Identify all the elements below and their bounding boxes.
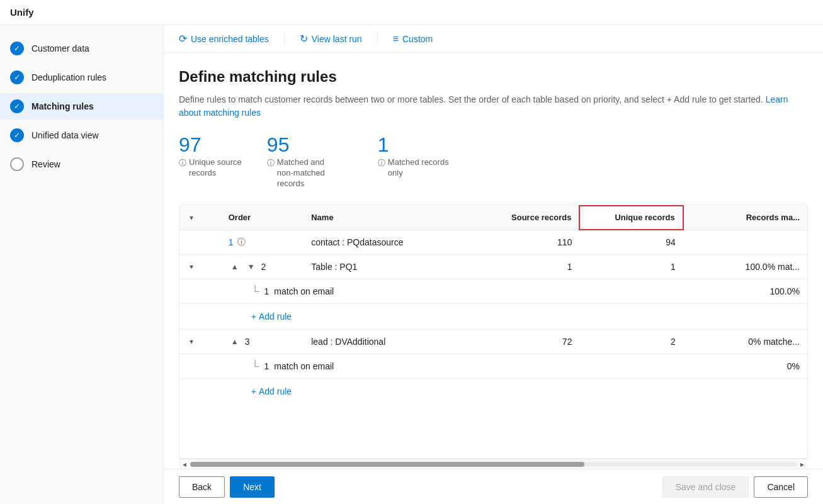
row1-unique-records: 94 xyxy=(579,230,683,254)
row2-order-cell: ▲ ▼ 2 xyxy=(221,254,304,279)
row3-collapse-button[interactable]: ▾ xyxy=(187,336,196,347)
save-close-button[interactable]: Save and close xyxy=(662,476,749,498)
stat-label-3: Matched recordsonly xyxy=(388,157,449,179)
custom-icon: ≡ xyxy=(393,33,399,45)
row1-records-matched xyxy=(683,230,807,254)
row2-source-records: 1 xyxy=(476,254,579,279)
row2-name: Table : PQ1 xyxy=(311,262,357,272)
row1-order-num[interactable]: 1 xyxy=(229,237,234,247)
use-enriched-tables-button[interactable]: ⟳ Use enriched tables xyxy=(179,30,269,47)
row1-source-records: 110 xyxy=(476,230,579,254)
row1-info-icon[interactable]: ⓘ xyxy=(237,237,246,248)
row2-up-button[interactable]: ▲ xyxy=(229,261,241,272)
th-name: Name xyxy=(304,206,476,230)
row3-1-unique-records xyxy=(579,354,683,378)
main-content: ⟳ Use enriched tables ↻ View last run ≡ … xyxy=(164,25,823,504)
sidebar: ✓ Customer data ✓ Deduplication rules ✓ … xyxy=(0,25,164,504)
stat-number-3: 1 xyxy=(378,135,389,155)
row1-expand-cell xyxy=(179,230,221,254)
row2-order-num: 2 xyxy=(261,262,266,272)
row2-name-cell: Table : PQ1 xyxy=(304,254,476,279)
row1-name: contact : PQdatasource xyxy=(311,237,403,247)
sidebar-item-label-review: Review xyxy=(31,159,60,169)
row2-down-button[interactable]: ▼ xyxy=(245,261,258,272)
row2-records-matched: 100.0% mat... xyxy=(683,254,807,279)
view-last-run-label: View last run xyxy=(312,34,362,44)
table-header-row: ▾ Order Name Source records xyxy=(179,206,807,230)
cancel-button[interactable]: Cancel xyxy=(754,476,808,498)
sidebar-item-customer-data[interactable]: ✓ Customer data xyxy=(0,35,163,62)
sidebar-item-unified-data[interactable]: ✓ Unified data view xyxy=(0,122,163,148)
step-circle-1: ✓ xyxy=(10,42,24,55)
table-row: ▾ ▲ ▼ 2 Table : PQ1 xyxy=(179,254,807,279)
row3-unique-records: 2 xyxy=(579,329,683,354)
use-enriched-tables-label: Use enriched tables xyxy=(191,34,269,44)
table-body: 1 ⓘ contact : PQdatasource 110 94 xyxy=(179,230,807,404)
row3-order-cell: ▲ 3 xyxy=(221,329,304,354)
row2-collapse-button[interactable]: ▾ xyxy=(187,261,196,272)
add-rule-cell-1: + Add rule xyxy=(221,303,807,329)
tree-line-2: └ xyxy=(251,361,259,372)
view-last-run-button[interactable]: ↻ View last run xyxy=(300,30,362,47)
next-button[interactable]: Next xyxy=(230,476,275,498)
table-wrapper: ▾ Order Name Source records xyxy=(179,204,808,459)
row2-1-order-num: 1 xyxy=(264,286,270,296)
th-expand: ▾ xyxy=(179,206,221,230)
scroll-right-button[interactable]: ▸ xyxy=(799,460,805,469)
row1-order-cell: 1 ⓘ xyxy=(221,230,304,254)
page-title: Define matching rules xyxy=(179,68,808,86)
content-area: Define matching rules Define rules to ma… xyxy=(164,53,823,469)
row3-1-name: match on email xyxy=(274,361,334,371)
sidebar-item-label-matching: Matching rules xyxy=(31,101,94,111)
scroll-thumb xyxy=(190,462,584,467)
footer: Back Next Save and close Cancel xyxy=(164,469,823,504)
row3-1-expand-cell xyxy=(179,354,221,378)
stat-info-icon-3[interactable]: ⓘ xyxy=(378,158,385,169)
tree-line-1: └ xyxy=(251,286,259,297)
add-rule-button-2[interactable]: + Add rule xyxy=(251,384,292,399)
table-row: └ 1 match on email 100.0% xyxy=(179,279,807,303)
row2-unique-records: 1 xyxy=(579,254,683,279)
add-rule-row-1: + Add rule xyxy=(179,303,807,329)
row3-records-matched: 0% matche... xyxy=(683,329,807,354)
row3-up-button[interactable]: ▲ xyxy=(229,336,241,347)
row3-name: lead : DVAdditional xyxy=(311,337,385,347)
sidebar-item-label-customer-data: Customer data xyxy=(31,43,89,53)
stat-info-icon-2[interactable]: ⓘ xyxy=(267,158,275,169)
matching-rules-table: ▾ Order Name Source records xyxy=(179,205,807,404)
scroll-track[interactable] xyxy=(190,462,797,467)
add-rule-label-2: Add rule xyxy=(259,386,292,396)
stat-label-1: Unique sourcerecords xyxy=(189,157,242,179)
add-rule-row-2: + Add rule xyxy=(179,378,807,404)
add-icon-2: + xyxy=(251,386,256,396)
sidebar-item-label-dedup: Deduplication rules xyxy=(31,72,106,82)
add-rule-button-1[interactable]: + Add rule xyxy=(251,309,292,324)
custom-button[interactable]: ≡ Custom xyxy=(393,31,433,47)
app-title: Unify xyxy=(10,7,34,18)
row3-1-order-num: 1 xyxy=(264,361,270,371)
row3-1-name-cell: └ 1 match on email xyxy=(221,354,476,378)
sidebar-item-review[interactable]: Review xyxy=(0,151,163,177)
back-button[interactable]: Back xyxy=(179,476,225,498)
add-rule-cell-2: + Add rule xyxy=(221,378,807,404)
sidebar-item-deduplication-rules[interactable]: ✓ Deduplication rules xyxy=(0,64,163,91)
main-layout: ✓ Customer data ✓ Deduplication rules ✓ … xyxy=(0,25,823,504)
sidebar-item-label-unified: Unified data view xyxy=(31,130,99,140)
add-rule-label-1: Add rule xyxy=(259,311,292,322)
stat-number-1: 97 xyxy=(179,135,201,155)
collapse-all-button[interactable]: ▾ xyxy=(187,212,196,223)
footer-left: Back Next xyxy=(179,476,275,498)
row2-1-unique-records xyxy=(579,279,683,303)
scroll-left-button[interactable]: ◂ xyxy=(181,460,188,469)
table-row: 1 ⓘ contact : PQdatasource 110 94 xyxy=(179,230,807,254)
table-row: └ 1 match on email 0% xyxy=(179,354,807,378)
horizontal-scrollbar[interactable]: ◂ ▸ xyxy=(179,459,808,469)
custom-label: Custom xyxy=(402,34,433,44)
stat-info-icon-1[interactable]: ⓘ xyxy=(179,158,186,169)
row3-expand-cell: ▾ xyxy=(179,329,221,354)
step-circle-2: ✓ xyxy=(10,70,24,84)
row2-1-name-cell: └ 1 match on email xyxy=(221,279,476,303)
toolbar-divider-1 xyxy=(284,33,285,45)
sidebar-item-matching-rules[interactable]: ✓ Matching rules xyxy=(0,93,163,120)
th-records-matched: Records ma... xyxy=(683,206,807,230)
